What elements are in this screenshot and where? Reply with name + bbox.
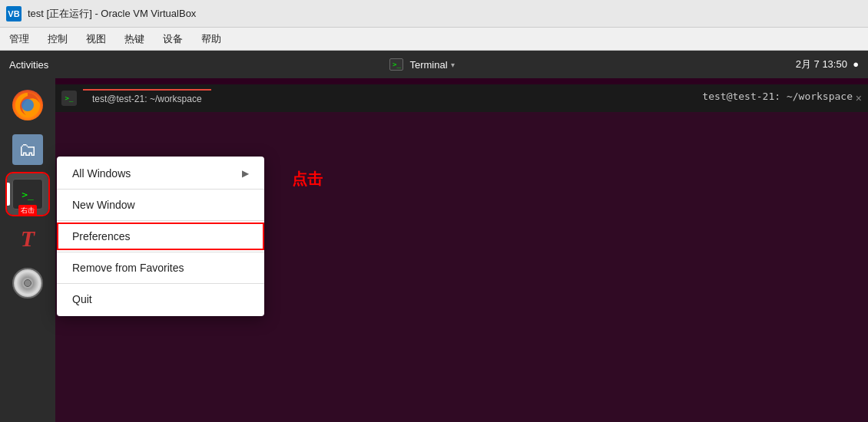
disc-icon (12, 268, 43, 298)
separator-4 (57, 283, 264, 284)
menu-help[interactable]: 帮助 (198, 31, 224, 48)
topbar-terminal-icon: >_ (389, 58, 403, 71)
dock-item-disc[interactable] (7, 262, 48, 304)
dock-item-texteditor[interactable]: T (7, 218, 48, 259)
context-menu-item-quit[interactable]: Quit (57, 285, 264, 313)
separator-1 (57, 189, 264, 190)
virtualbox-icon: VB (6, 6, 22, 21)
disc-center (24, 279, 31, 287)
topbar-clock: 2月 7 13:50 ● (796, 58, 859, 71)
dock-item-filemanager[interactable]: 🗂 (7, 129, 48, 170)
submenu-arrow-icon: ▶ (242, 168, 249, 179)
context-menu-item-removefavorites[interactable]: Remove from Favorites (57, 254, 264, 282)
menu-view[interactable]: 视图 (83, 31, 109, 48)
topbar-center: >_ Terminal ▾ (389, 58, 454, 71)
terminal-tab[interactable]: test@test-21: ~/workspace (83, 89, 211, 107)
window-title: test [正在运行] - Oracle VM VirtualBox (28, 7, 862, 21)
terminal-close-button[interactable]: × (856, 92, 862, 104)
title-bar: VB test [正在运行] - Oracle VM VirtualBox (0, 0, 868, 28)
ubuntu-topbar: Activities >_ Terminal ▾ 2月 7 13:50 ● (0, 51, 868, 78)
menu-hotkey[interactable]: 热键 (121, 31, 147, 48)
click-annotation: 点击 (292, 169, 323, 190)
separator-2 (57, 220, 264, 221)
separator-3 (57, 252, 264, 252)
topbar-terminal-label[interactable]: Terminal (409, 59, 447, 71)
topbar-dropdown-arrow[interactable]: ▾ (451, 61, 455, 69)
texteditor-icon: T (12, 223, 43, 254)
firefox-icon (12, 90, 43, 120)
terminal-header-icon: >_ (65, 94, 74, 102)
dock-active-indicator (7, 183, 10, 206)
dock: 🗂 >_ 右击 T (0, 78, 55, 422)
context-menu-item-preferences[interactable]: Preferences (57, 223, 264, 250)
clock-text: 2月 7 13:50 (796, 58, 847, 70)
dock-item-firefox[interactable] (7, 84, 48, 126)
filemanager-icon: 🗂 (12, 134, 43, 165)
context-menu-item-allwindows[interactable]: All Windows ▶ (57, 160, 264, 187)
menu-device[interactable]: 设备 (160, 31, 186, 48)
vm-area: Activities >_ Terminal ▾ 2月 7 13:50 ● 🗂 (0, 51, 868, 422)
terminal-path-info: test@test-21: ~/workspace (702, 91, 853, 102)
right-click-annotation: 右击 (18, 205, 37, 216)
svg-point-1 (22, 99, 34, 111)
activities-button[interactable]: Activities (9, 59, 48, 71)
context-menu-item-newwindow[interactable]: New Window (57, 191, 264, 219)
dock-item-terminal[interactable]: >_ 右击 (7, 173, 48, 215)
context-menu: All Windows ▶ New Window Preferences Rem… (57, 157, 264, 316)
menu-manage[interactable]: 管理 (6, 31, 32, 48)
menu-bar: 管理 控制 视图 热键 设备 帮助 (0, 28, 868, 51)
menu-control[interactable]: 控制 (45, 31, 71, 48)
